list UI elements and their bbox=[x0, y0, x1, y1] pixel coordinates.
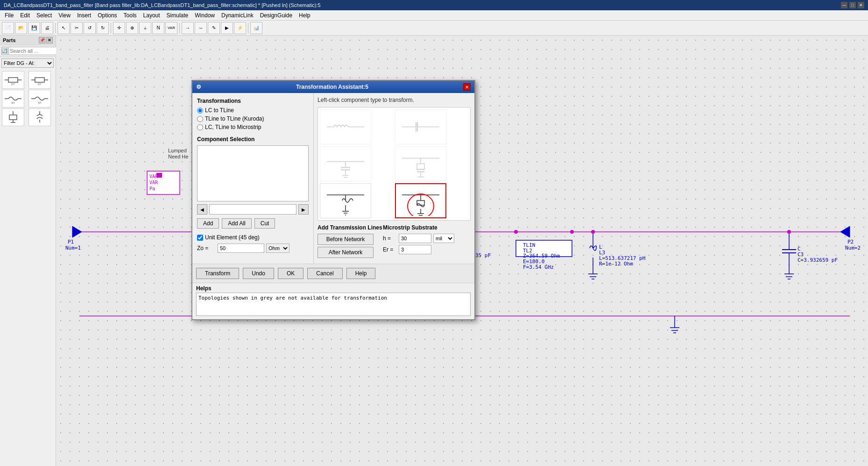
before-network-btn[interactable]: Before Network bbox=[318, 234, 374, 245]
canvas-area[interactable]: P1 Num=1 P2 Num=2 C C2 C=12.72635 pF VAR… bbox=[56, 36, 868, 466]
radio-lc-to-tline[interactable]: LC to TLine bbox=[197, 107, 309, 114]
menu-options[interactable]: Options bbox=[95, 11, 120, 20]
toolbar-sim1[interactable]: ▶ bbox=[221, 22, 233, 34]
dialog-title-text: Transformation Assistant:5 bbox=[296, 84, 368, 90]
minimize-btn[interactable]: — bbox=[841, 2, 847, 8]
toolbar-var[interactable]: VAR bbox=[165, 22, 177, 34]
menu-layout[interactable]: Layout bbox=[141, 11, 163, 20]
menu-simulate[interactable]: Simulate bbox=[164, 11, 191, 20]
radio-lc-to-tline-input[interactable] bbox=[197, 108, 203, 114]
menu-insert[interactable]: Insert bbox=[74, 11, 94, 20]
nav-prev-btn[interactable]: ◀ bbox=[197, 204, 207, 215]
search-bar: 🔄 ▼ bbox=[0, 45, 56, 57]
dialog-close-btn[interactable]: ✕ bbox=[463, 83, 471, 91]
toolbar-print[interactable]: 🖨 bbox=[41, 22, 53, 34]
topology-shunt-c[interactable] bbox=[320, 146, 371, 181]
radio-tline-to-tline-input[interactable] bbox=[197, 116, 203, 122]
radio-tline-to-tline[interactable]: TLine to TLine (Kuroda) bbox=[197, 115, 309, 122]
topology-shunt-lc-series[interactable] bbox=[395, 183, 446, 218]
add-tl-title: Add Transmission Lines bbox=[318, 224, 383, 231]
toolbar-name[interactable]: N bbox=[152, 22, 164, 34]
add-all-btn[interactable]: Add All bbox=[222, 218, 251, 229]
toolbar-ground[interactable]: ⏚ bbox=[139, 22, 151, 34]
transform-btn[interactable]: Transform bbox=[196, 268, 239, 279]
ok-btn[interactable]: OK bbox=[278, 268, 303, 279]
component-selection-area[interactable] bbox=[197, 145, 309, 201]
menu-help[interactable]: Help bbox=[296, 11, 313, 20]
part-icon-3[interactable]: ST bbox=[2, 90, 24, 108]
helps-text-area[interactable]: Topologies shown in grey are not availab… bbox=[196, 293, 471, 316]
svg-text:ST: ST bbox=[11, 101, 15, 104]
toolbar-open[interactable]: 📂 bbox=[15, 22, 27, 34]
menu-tools[interactable]: Tools bbox=[121, 11, 140, 20]
topology-series-c[interactable] bbox=[395, 109, 446, 144]
toolbar-place[interactable]: ⊕ bbox=[126, 22, 138, 34]
dialog-title-bar: ⚙ Transformation Assistant:5 ✕ bbox=[192, 81, 474, 93]
search-icon-btn[interactable]: 🔄 bbox=[1, 47, 7, 55]
title-bar-controls: — □ ✕ bbox=[841, 2, 864, 8]
help-btn[interactable]: Help bbox=[346, 268, 376, 279]
er-row: Er = bbox=[383, 245, 471, 254]
part-icon-5[interactable]: ST bbox=[2, 108, 24, 126]
toolbar-sim2[interactable]: ⚡ bbox=[234, 22, 246, 34]
sidebar-header: Parts 📌 ✕ bbox=[0, 36, 56, 45]
add-btn[interactable]: Add bbox=[197, 218, 219, 229]
toolbar-chart[interactable]: 📊 bbox=[250, 22, 262, 34]
close-btn[interactable]: ✕ bbox=[858, 2, 864, 8]
radio-lc-tline-to-ms-input[interactable] bbox=[197, 124, 203, 130]
cut-btn[interactable]: Cut bbox=[254, 218, 275, 229]
h-unit-select[interactable]: mil bbox=[433, 234, 454, 243]
topology-grid bbox=[318, 107, 471, 221]
toolbar-annot[interactable]: ✎ bbox=[208, 22, 220, 34]
toolbar-cursor[interactable]: ↖ bbox=[57, 22, 70, 34]
toolbar-port[interactable]: → bbox=[182, 22, 194, 34]
menu-window[interactable]: Window bbox=[192, 11, 218, 20]
menu-file[interactable]: File bbox=[2, 11, 16, 20]
toolbar-save[interactable]: 💾 bbox=[28, 22, 40, 34]
filter-dropdown[interactable]: Filter DG - Al: bbox=[1, 58, 54, 68]
svg-rect-96 bbox=[417, 164, 424, 170]
unit-element-checkbox[interactable] bbox=[197, 235, 203, 241]
toolbar-cut[interactable]: ✂ bbox=[71, 22, 83, 34]
menu-view[interactable]: View bbox=[56, 11, 73, 20]
sidebar-close-btn[interactable]: ✕ bbox=[46, 37, 53, 43]
part-icon-4[interactable]: ST bbox=[28, 90, 51, 108]
radio-lc-tline-to-ms[interactable]: LC, TLine to Microstrip bbox=[197, 124, 309, 130]
toolbar-redo[interactable]: ↻ bbox=[97, 22, 109, 34]
zo-input[interactable] bbox=[218, 244, 264, 253]
maximize-btn[interactable]: □ bbox=[849, 2, 856, 8]
er-input[interactable] bbox=[399, 245, 431, 254]
part-icon-6[interactable]: ST bbox=[28, 108, 51, 126]
topology-shunt-lc[interactable] bbox=[395, 146, 446, 181]
toolbar-undo-r[interactable]: ↺ bbox=[84, 22, 96, 34]
comp-nav-input[interactable] bbox=[209, 204, 296, 215]
menu-select[interactable]: Select bbox=[34, 11, 55, 20]
helps-section: Helps Topologies shown in grey are not a… bbox=[192, 283, 474, 319]
toolbar-sep3 bbox=[179, 23, 180, 33]
menu-dynamiclink[interactable]: DynamicLink bbox=[219, 11, 256, 20]
cancel-btn[interactable]: Cancel bbox=[307, 268, 342, 279]
toolbar-add-wire[interactable]: ✛ bbox=[113, 22, 125, 34]
menu-designguide[interactable]: DesignGuide bbox=[257, 11, 295, 20]
nav-next-btn[interactable]: ▶ bbox=[298, 204, 309, 215]
dialog-overlay: ⚙ Transformation Assistant:5 ✕ Transform… bbox=[56, 36, 868, 466]
h-input[interactable] bbox=[399, 234, 431, 243]
svg-rect-109 bbox=[417, 201, 424, 205]
undo-btn[interactable]: Undo bbox=[243, 268, 274, 279]
title-bar: DA_LCBandpassDT1_band_pass_filter [Band … bbox=[0, 0, 868, 10]
sidebar: Parts 📌 ✕ 🔄 ▼ Filter DG - Al: DT bbox=[0, 36, 56, 466]
part-icon-1[interactable]: DT bbox=[2, 71, 24, 89]
zo-unit-select[interactable]: Ohm bbox=[266, 244, 289, 253]
topology-shunt-l[interactable] bbox=[320, 183, 371, 218]
unit-element-row: Unit Element (45 deg) bbox=[197, 234, 309, 241]
bottom-panels: Add Transmission Lines Before Network Af… bbox=[318, 224, 471, 260]
toolbar-new[interactable]: 📄 bbox=[2, 22, 14, 34]
toolbar-mirror[interactable]: ↔ bbox=[195, 22, 207, 34]
part-icon-2[interactable]: DT bbox=[28, 71, 51, 89]
menu-bar: File Edit Select View Insert Options Too… bbox=[0, 10, 868, 21]
topology-series-l[interactable] bbox=[320, 109, 371, 144]
menu-edit[interactable]: Edit bbox=[17, 11, 33, 20]
after-network-btn[interactable]: After Network bbox=[318, 247, 374, 258]
ms-title: Microstrip Substrate bbox=[383, 224, 471, 231]
sidebar-pin-btn[interactable]: 📌 bbox=[39, 37, 45, 43]
